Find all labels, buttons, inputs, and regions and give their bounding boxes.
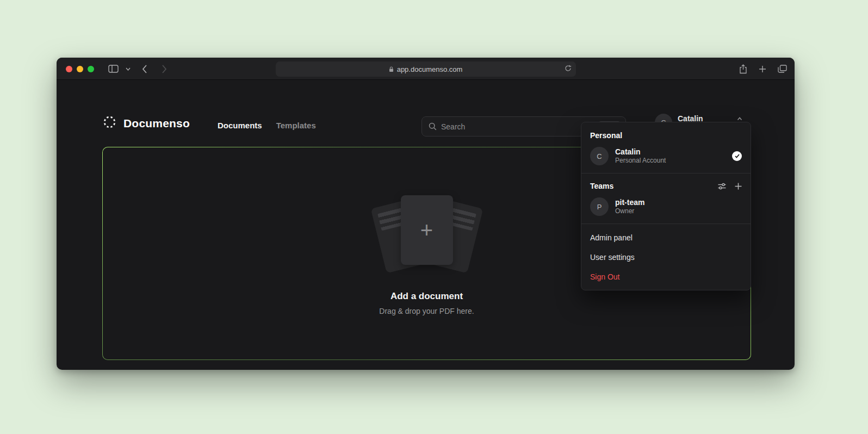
search-icon bbox=[429, 122, 437, 131]
dropzone-title: Add a document bbox=[390, 291, 463, 302]
search-input[interactable] bbox=[441, 122, 598, 131]
documenso-logo-icon bbox=[102, 115, 117, 132]
manage-teams-icon[interactable] bbox=[718, 183, 726, 190]
teams-section-label: Teams bbox=[590, 182, 613, 190]
account-dropdown-menu: Personal C Catalin Personal Account Team… bbox=[581, 122, 751, 290]
team-name: pit-team bbox=[615, 198, 644, 207]
team-item[interactable]: P pit-team Owner bbox=[581, 194, 751, 220]
team-avatar: P bbox=[590, 197, 609, 216]
back-button[interactable] bbox=[139, 58, 150, 80]
menu-divider bbox=[581, 173, 751, 173]
create-team-icon[interactable] bbox=[735, 183, 742, 190]
documents-illustration: + bbox=[362, 194, 492, 276]
lock-icon bbox=[389, 66, 394, 72]
share-icon[interactable] bbox=[737, 58, 749, 80]
minimize-window-button[interactable] bbox=[77, 66, 83, 72]
personal-account-item[interactable]: C Catalin Personal Account bbox=[581, 143, 751, 169]
personal-account-avatar: C bbox=[590, 147, 609, 165]
address-bar[interactable]: app.documenso.com bbox=[276, 61, 576, 77]
admin-panel-menu-item[interactable]: Admin panel bbox=[581, 228, 751, 247]
sidebar-toggle-icon[interactable] bbox=[107, 58, 120, 80]
dropzone-subtitle: Drag & drop your PDF here. bbox=[379, 307, 474, 315]
refresh-icon[interactable] bbox=[565, 65, 572, 73]
sidebar-chevron-down-icon[interactable] bbox=[124, 58, 132, 80]
primary-nav: Documents Templates bbox=[218, 121, 316, 130]
browser-window: app.documenso.com bbox=[57, 58, 795, 370]
close-window-button[interactable] bbox=[66, 66, 72, 72]
window-controls bbox=[66, 58, 94, 80]
nav-documents[interactable]: Documents bbox=[218, 121, 262, 130]
url-text: app.documenso.com bbox=[397, 65, 463, 73]
sign-out-menu-item[interactable]: Sign Out bbox=[581, 267, 751, 287]
brand-logo-group[interactable]: Documenso bbox=[102, 115, 190, 132]
brand-name: Documenso bbox=[123, 117, 190, 130]
personal-section-label: Personal bbox=[581, 126, 751, 143]
personal-account-name: Catalin bbox=[615, 147, 666, 157]
browser-titlebar: app.documenso.com bbox=[57, 58, 795, 80]
forward-button[interactable] bbox=[159, 58, 170, 80]
menu-divider bbox=[581, 224, 751, 224]
tab-overview-icon[interactable] bbox=[776, 58, 788, 80]
zoom-window-button[interactable] bbox=[88, 66, 94, 72]
document-card-center: + bbox=[401, 195, 453, 265]
team-role: Owner bbox=[615, 207, 644, 215]
user-settings-menu-item[interactable]: User settings bbox=[581, 247, 751, 267]
plus-icon: + bbox=[420, 219, 433, 241]
selected-check-icon bbox=[732, 151, 742, 161]
personal-account-subtitle: Personal Account bbox=[615, 157, 666, 165]
new-tab-icon[interactable] bbox=[757, 58, 768, 80]
nav-templates[interactable]: Templates bbox=[276, 121, 316, 130]
teams-section-header: Teams bbox=[581, 177, 751, 194]
